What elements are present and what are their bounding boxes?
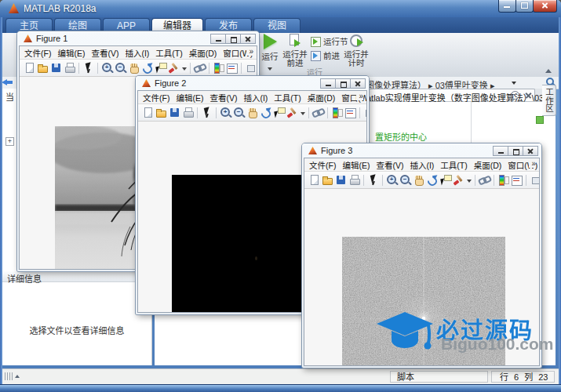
- hide-plot-tools-icon[interactable]: [245, 62, 257, 74]
- insert-legend-icon[interactable]: [344, 107, 356, 118]
- insert-legend-icon[interactable]: [226, 62, 238, 74]
- print-icon[interactable]: [64, 62, 75, 74]
- maximize-button[interactable]: [515, 0, 534, 13]
- run-and-time-button[interactable]: 运行并 计时: [342, 34, 370, 68]
- dropdown-caret-icon[interactable]: [181, 63, 187, 74]
- link-plot-icon[interactable]: [479, 174, 490, 186]
- brush-icon[interactable]: [168, 62, 180, 74]
- close-tab-icon[interactable]: [525, 92, 532, 99]
- close-button[interactable]: [523, 146, 538, 156]
- menu-item[interactable]: 桌面(D): [474, 159, 502, 171]
- data-cursor-icon[interactable]: [273, 107, 285, 118]
- menu-item[interactable]: 文件(F): [309, 159, 336, 171]
- pointer-icon[interactable]: [367, 174, 379, 186]
- menu-item[interactable]: 桌面(D): [189, 47, 217, 59]
- rotate-3d-icon[interactable]: [141, 62, 153, 74]
- pointer-icon[interactable]: [201, 107, 213, 118]
- pan-icon[interactable]: [246, 107, 258, 118]
- menu-item[interactable]: 编辑(E): [176, 92, 203, 103]
- breadcrumb-dropdown-icon[interactable]: [512, 82, 516, 85]
- open-file-icon[interactable]: [37, 62, 49, 74]
- menu-item[interactable]: 查看(V): [376, 159, 403, 171]
- pan-icon[interactable]: [413, 174, 424, 186]
- insert-colorbar-icon[interactable]: [213, 62, 224, 74]
- menu-item[interactable]: 查看(V): [209, 92, 237, 103]
- menu-item[interactable]: 插入(I): [243, 92, 268, 103]
- menu-item[interactable]: 编辑(E): [342, 159, 370, 171]
- dropdown-caret-icon[interactable]: [300, 107, 305, 118]
- brush-icon[interactable]: [286, 107, 298, 118]
- brush-icon[interactable]: [453, 174, 464, 186]
- restore-button[interactable]: [508, 146, 523, 156]
- new-file-icon[interactable]: [142, 107, 154, 118]
- code-analyzer-indicator[interactable]: [536, 116, 544, 124]
- tab-view[interactable]: 视图: [253, 18, 301, 33]
- menu-item[interactable]: 工具(T): [440, 159, 467, 171]
- hide-plot-tools-icon[interactable]: [363, 107, 366, 118]
- close-button[interactable]: [350, 78, 366, 89]
- rotate-3d-icon[interactable]: [426, 174, 438, 186]
- menu-item[interactable]: 工具(T): [274, 92, 301, 103]
- restore-button[interactable]: [225, 34, 241, 44]
- close-button[interactable]: [533, 0, 557, 13]
- insert-colorbar-icon[interactable]: [331, 107, 343, 118]
- link-plot-icon[interactable]: [194, 62, 206, 74]
- minimize-button[interactable]: [320, 78, 336, 89]
- workspace-vertical-tab[interactable]: 工作区: [542, 85, 556, 116]
- menu-item[interactable]: 文件(F): [143, 92, 169, 103]
- save-icon[interactable]: [169, 107, 180, 118]
- hide-plot-tools-icon[interactable]: [530, 174, 539, 186]
- menu-overflow-icon[interactable]: »: [246, 47, 253, 56]
- zoom-in-icon[interactable]: [101, 62, 113, 74]
- open-file-icon[interactable]: [155, 107, 167, 118]
- new-file-icon[interactable]: [24, 62, 35, 74]
- tree-expander-icon[interactable]: +: [5, 137, 14, 146]
- minimize-button[interactable]: [210, 34, 226, 44]
- zoom-in-icon[interactable]: [386, 174, 398, 186]
- insert-legend-icon[interactable]: [511, 174, 523, 186]
- data-cursor-icon[interactable]: [439, 174, 451, 186]
- menu-overflow-icon[interactable]: »: [356, 92, 363, 100]
- menu-overflow-icon[interactable]: »: [529, 159, 536, 168]
- save-icon[interactable]: [50, 62, 62, 74]
- menu-item[interactable]: 工具(T): [155, 47, 182, 59]
- print-icon[interactable]: [348, 174, 360, 186]
- close-button[interactable]: [240, 34, 256, 44]
- insert-colorbar-icon[interactable]: [497, 174, 509, 186]
- link-plot-icon[interactable]: [312, 107, 324, 118]
- minimize-button[interactable]: [493, 146, 508, 156]
- open-file-icon[interactable]: [322, 174, 333, 186]
- rotate-3d-icon[interactable]: [260, 107, 271, 118]
- menu-item[interactable]: 插入(I): [410, 159, 434, 171]
- statusbar-grip-icon[interactable]: [5, 372, 20, 381]
- menu-item[interactable]: 插入(I): [125, 47, 149, 59]
- pointer-icon[interactable]: [82, 62, 94, 74]
- back-arrow-icon[interactable]: [2, 78, 13, 87]
- menu-item[interactable]: 查看(V): [91, 47, 118, 59]
- minimize-button[interactable]: [498, 0, 516, 13]
- figure2-titlebar[interactable]: Figure 2: [136, 76, 369, 90]
- pan-icon[interactable]: [128, 62, 140, 74]
- tab-menu-icon[interactable]: [511, 91, 519, 100]
- zoom-out-icon[interactable]: [233, 107, 245, 118]
- data-cursor-icon[interactable]: [155, 62, 166, 74]
- run-button[interactable]: 运行: [259, 34, 281, 68]
- dropdown-caret-icon[interactable]: [466, 175, 472, 186]
- new-file-icon[interactable]: [308, 174, 320, 186]
- save-icon[interactable]: [335, 174, 347, 186]
- menu-item[interactable]: 桌面(D): [308, 92, 336, 103]
- figure1-titlebar[interactable]: Figure 1: [17, 31, 259, 45]
- collapse-ribbon-icon[interactable]: [545, 69, 552, 73]
- zoom-in-icon[interactable]: [220, 107, 231, 118]
- advance-button[interactable]: 前进: [311, 50, 340, 61]
- main-titlebar[interactable]: MATLAB R2018a: [0, 0, 561, 17]
- figure3-titlebar[interactable]: Figure 3: [302, 143, 541, 158]
- menu-item[interactable]: 文件(F): [24, 47, 51, 59]
- run-and-advance-button[interactable]: 运行并 前进: [281, 34, 309, 68]
- details-panel-header[interactable]: 详细信息: [2, 271, 151, 282]
- print-icon[interactable]: [182, 107, 194, 118]
- menu-item[interactable]: 编辑(E): [57, 47, 85, 59]
- zoom-out-icon[interactable]: [399, 174, 411, 186]
- zoom-out-icon[interactable]: [115, 62, 126, 74]
- restore-button[interactable]: [335, 78, 351, 89]
